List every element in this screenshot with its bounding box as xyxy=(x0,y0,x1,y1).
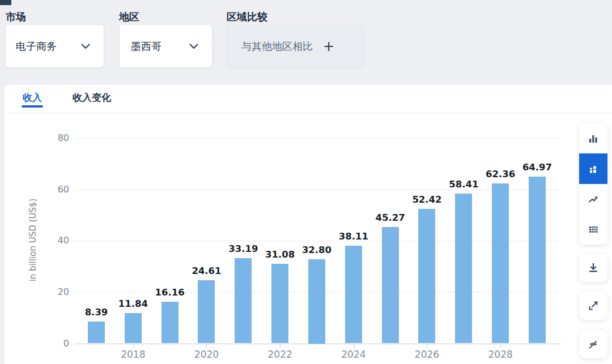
region-dropdown-value: 墨西哥 xyxy=(131,40,162,53)
download-icon xyxy=(588,262,599,273)
clipped-element xyxy=(0,0,11,5)
region-filter-label: 地区 xyxy=(119,10,139,24)
tab-revenue-change[interactable]: 收入变化 xyxy=(73,91,111,104)
chevron-down-icon xyxy=(81,41,90,52)
bar[interactable] xyxy=(235,258,252,343)
market-dropdown-value: 电子商务 xyxy=(16,40,57,53)
tab-revenue[interactable]: 收入 xyxy=(23,91,42,104)
bar[interactable] xyxy=(198,280,215,344)
statistics-dashboard: 市场 电子商务 地区 墨西哥 区域比较 与其他地区相比 + 收入 收入变化 in… xyxy=(0,0,612,364)
bar[interactable] xyxy=(382,227,399,343)
bar[interactable] xyxy=(162,302,178,343)
bar[interactable] xyxy=(125,313,142,344)
column-chart-icon[interactable] xyxy=(579,123,607,153)
active-tab-underline xyxy=(22,105,43,108)
chart-type-toolbar xyxy=(579,123,607,245)
eye-off-icon xyxy=(588,339,599,350)
bar[interactable] xyxy=(418,209,435,344)
bar[interactable] xyxy=(88,322,105,343)
expand-button[interactable] xyxy=(579,292,607,320)
table-icon[interactable] xyxy=(579,214,607,244)
compare-filter-label: 区域比较 xyxy=(227,10,267,24)
compare-regions-label: 与其他地区相比 xyxy=(241,40,313,53)
region-dropdown[interactable]: 墨西哥 xyxy=(120,25,212,67)
bar[interactable] xyxy=(455,194,472,344)
market-dropdown[interactable]: 电子商务 xyxy=(6,25,104,67)
compare-regions-button[interactable]: 与其他地区相比 + xyxy=(227,25,363,67)
bar[interactable] xyxy=(308,259,325,344)
market-filter-label: 市场 xyxy=(6,10,26,24)
bar[interactable] xyxy=(271,264,288,344)
bar[interactable] xyxy=(492,183,509,344)
plus-icon: + xyxy=(323,40,334,53)
bar-blocks-icon[interactable] xyxy=(579,153,607,184)
expand-icon xyxy=(588,301,598,311)
bar[interactable] xyxy=(345,246,362,344)
tab-divider xyxy=(5,113,612,113)
hide-chart-button[interactable] xyxy=(579,330,607,358)
download-button[interactable] xyxy=(579,254,607,282)
line-chart-icon[interactable] xyxy=(579,184,607,214)
bar[interactable] xyxy=(529,177,546,343)
chevron-down-icon xyxy=(189,41,198,52)
